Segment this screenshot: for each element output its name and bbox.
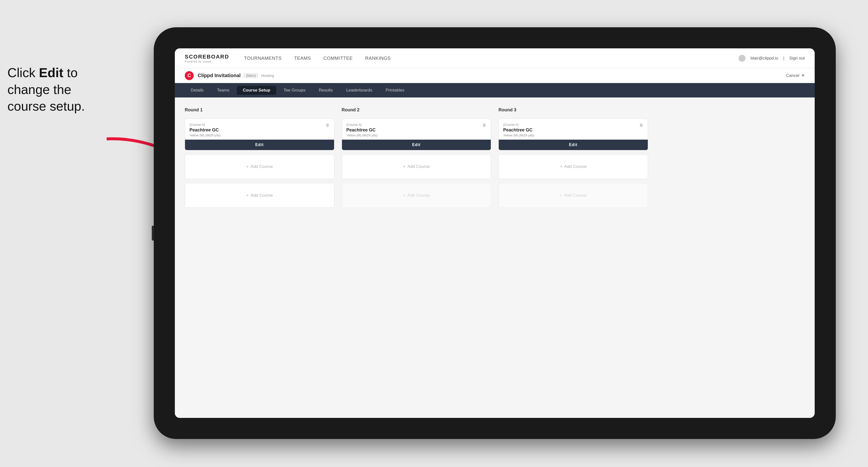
round-3-course-details: Yellow (M) (6629 yds) — [503, 133, 643, 137]
tournament-bar: C Clippd Invitational (Men) Hosting Canc… — [175, 68, 815, 83]
nav-item-teams[interactable]: TEAMS — [294, 54, 311, 62]
round-3-course-card: (Course A) Peachtree GC Yellow (M) (6629… — [498, 119, 648, 150]
round-2-course-details: Yellow (M) (6629 yds) — [346, 133, 487, 137]
round-1-title: Round 1 — [185, 107, 334, 113]
tournament-name: Clippd Invitational — [198, 73, 241, 79]
round-1-course-header: (Course A) Peachtree GC Yellow (M) (6629… — [185, 119, 334, 139]
plus-icon-1: + — [246, 164, 248, 169]
tab-details[interactable]: Details — [185, 86, 210, 95]
nav-items: TOURNAMENTS TEAMS COMMITTEE RANKINGS — [244, 54, 739, 62]
round-3-title: Round 3 — [498, 107, 648, 113]
tab-leaderboards[interactable]: Leaderboards — [340, 86, 378, 95]
logo-text: SCOREBOARD — [185, 54, 229, 60]
round-2-column: Round 2 (Course A) Peachtree GC Yellow (… — [342, 107, 491, 208]
plus-icon-2: + — [246, 193, 248, 198]
hosting-badge: Hosting — [261, 73, 274, 77]
tournament-gender: (Men) — [244, 73, 258, 78]
tab-teams[interactable]: Teams — [211, 86, 235, 95]
separator: | — [783, 56, 784, 61]
main-content: Round 1 (Course A) Peachtree GC Yellow (… — [175, 97, 815, 418]
round-2-course-header: (Course A) Peachtree GC Yellow (M) (6629… — [342, 119, 491, 139]
round-3-edit-button[interactable]: Edit — [499, 139, 648, 150]
round-2-edit-button[interactable]: Edit — [342, 139, 491, 150]
rounds-container: Round 1 (Course A) Peachtree GC Yellow (… — [185, 107, 805, 208]
tab-course-setup[interactable]: Course Setup — [237, 86, 276, 95]
instruction-text: Click Edit to change the course setup. — [7, 64, 112, 115]
round-2-course-name: Peachtree GC — [346, 127, 487, 133]
round-2-title: Round 2 — [342, 107, 491, 113]
round-3-course-header: (Course A) Peachtree GC Yellow (M) (6629… — [499, 119, 648, 139]
user-avatar — [739, 55, 745, 62]
tab-results[interactable]: Results — [313, 86, 339, 95]
round-1-delete-button[interactable]: 🗑 — [324, 122, 331, 129]
logo-sub: Powered by clippd — [185, 60, 229, 63]
nav-item-tournaments[interactable]: TOURNAMENTS — [244, 54, 282, 62]
round-4-column-empty — [655, 107, 805, 208]
plus-icon-4: + — [403, 193, 405, 198]
round-2-delete-button[interactable]: 🗑 — [481, 122, 488, 129]
round-1-course-name: Peachtree GC — [189, 127, 330, 133]
bold-edit: Edit — [39, 65, 63, 80]
sign-out-link[interactable]: Sign out — [789, 56, 805, 61]
close-icon: ✕ — [801, 73, 805, 78]
round-1-course-label: (Course A) — [189, 123, 330, 126]
plus-icon-3: + — [403, 164, 405, 169]
round-1-add-course-1[interactable]: + Add Course — [185, 154, 334, 179]
top-nav: SCOREBOARD Powered by clippd TOURNAMENTS… — [175, 49, 815, 68]
round-2-course-label: (Course A) — [346, 123, 487, 126]
tab-printables[interactable]: Printables — [380, 86, 410, 95]
tab-tee-groups[interactable]: Tee Groups — [278, 86, 311, 95]
plus-icon-6: + — [560, 193, 562, 198]
round-1-add-course-2[interactable]: + Add Course — [185, 183, 334, 208]
nav-right: blair@clippd.io | Sign out — [739, 55, 805, 62]
round-3-column: Round 3 (Course A) Peachtree GC Yellow (… — [498, 107, 648, 208]
round-3-course-label: (Course A) — [503, 123, 643, 126]
tablet-frame: SCOREBOARD Powered by clippd TOURNAMENTS… — [154, 27, 836, 439]
round-1-edit-button[interactable]: Edit — [185, 139, 334, 150]
round-3-add-course-2: + Add Course — [498, 183, 648, 208]
plus-icon-5: + — [560, 164, 562, 169]
tabs-bar: Details Teams Course Setup Tee Groups Re… — [175, 83, 815, 97]
cancel-button[interactable]: Cancel ✕ — [786, 73, 805, 78]
round-1-column: Round 1 (Course A) Peachtree GC Yellow (… — [185, 107, 334, 208]
tablet-screen: SCOREBOARD Powered by clippd TOURNAMENTS… — [175, 49, 815, 418]
round-3-add-course-1[interactable]: + Add Course — [498, 154, 648, 179]
round-2-course-card: (Course A) Peachtree GC Yellow (M) (6629… — [342, 119, 491, 150]
trash-icon-2: 🗑 — [483, 123, 486, 127]
round-3-course-name: Peachtree GC — [503, 127, 643, 133]
round-3-delete-button[interactable]: 🗑 — [638, 122, 645, 129]
trash-icon-3: 🗑 — [639, 123, 643, 127]
tablet-side-button — [152, 226, 154, 241]
user-email: blair@clippd.io — [750, 56, 778, 61]
round-2-add-course-2: + Add Course — [342, 183, 491, 208]
scoreboard-logo: SCOREBOARD Powered by clippd — [185, 54, 229, 63]
trash-icon: 🗑 — [326, 123, 330, 127]
nav-item-committee[interactable]: COMMITTEE — [323, 54, 353, 62]
round-2-add-course-1[interactable]: + Add Course — [342, 154, 491, 179]
nav-item-rankings[interactable]: RANKINGS — [365, 54, 391, 62]
round-1-course-details: Yellow (M) (6629 yds) — [189, 133, 330, 137]
tournament-logo: C — [185, 71, 194, 80]
round-1-course-card: (Course A) Peachtree GC Yellow (M) (6629… — [185, 119, 334, 150]
